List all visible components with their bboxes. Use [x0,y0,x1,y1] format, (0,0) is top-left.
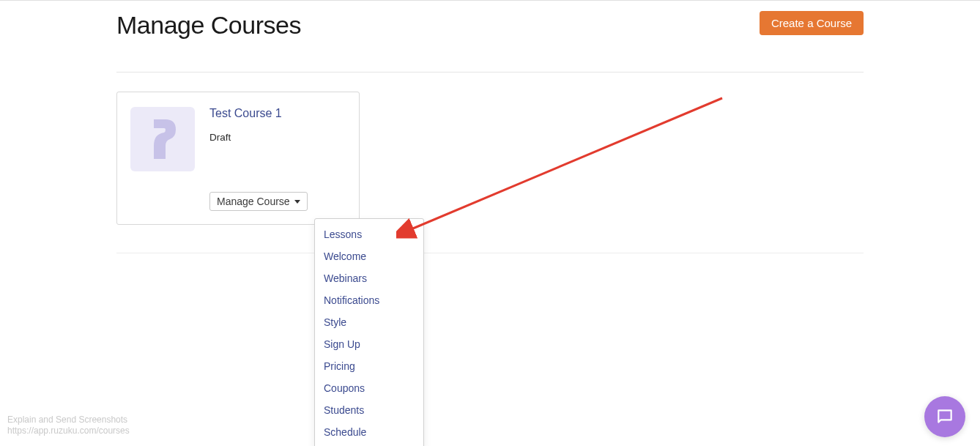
footer-line-2: https://app.ruzuku.com/courses [7,425,130,437]
dropdown-item-coupons[interactable]: Coupons [315,377,423,399]
dropdown-item-schedule[interactable]: Schedule [315,421,423,443]
course-title-link[interactable]: Test Course 1 [209,107,346,120]
footer-line-1: Explain and Send Screenshots [7,415,130,426]
dropdown-item-webinars[interactable]: Webinars [315,267,423,289]
footer-caption: Explain and Send Screenshots https://app… [7,415,130,437]
course-card-top: Test Course 1 Draft [130,107,346,171]
svg-line-1 [409,98,722,230]
dropdown-item-style[interactable]: Style [315,311,423,333]
dropdown-item-welcome[interactable]: Welcome [315,245,423,267]
course-thumbnail [130,107,195,171]
dropdown-item-students[interactable]: Students [315,399,423,421]
main-container: Manage Courses Create a Course Test Cour… [109,1,871,253]
create-course-button[interactable]: Create a Course [760,11,864,35]
manage-course-dropdown-button[interactable]: Manage Course [209,192,308,211]
page-title: Manage Courses [116,11,301,40]
dropdown-item-signup[interactable]: Sign Up [315,333,423,355]
dropdown-item-lessons[interactable]: Lessons [315,223,423,245]
divider-bottom [116,253,864,253]
manage-course-dropdown-menu: Lessons Welcome Webinars Notifications S… [314,218,424,446]
ruzuku-logo-icon [148,119,177,159]
dropdown-item-pricing[interactable]: Pricing [315,355,423,377]
course-card: Test Course 1 Draft Manage Course [116,92,360,225]
annotation-arrow [396,94,733,241]
manage-course-label: Manage Course [217,196,290,207]
chat-icon [935,407,954,426]
dropdown-item-notifications[interactable]: Notifications [315,289,423,311]
chevron-down-icon [294,200,300,204]
header-row: Manage Courses Create a Course [116,1,864,40]
help-chat-button[interactable] [924,396,965,437]
course-status: Draft [209,132,346,143]
course-info: Test Course 1 Draft [209,107,346,171]
divider-top [116,72,864,73]
